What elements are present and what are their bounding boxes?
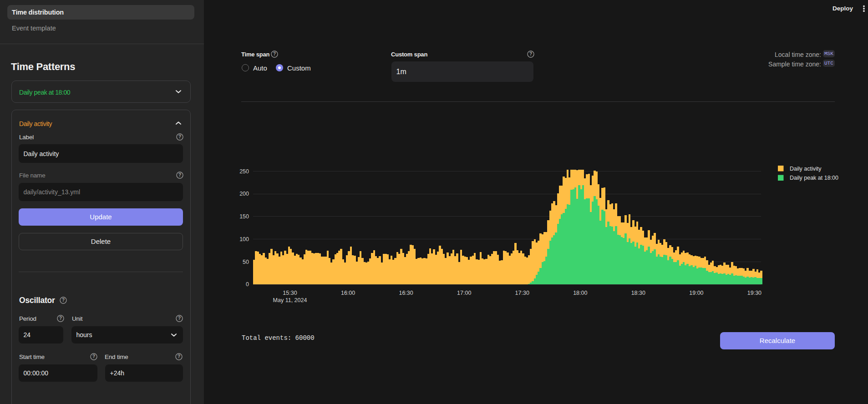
svg-text:16:30: 16:30: [399, 290, 413, 296]
svg-text:Daily peak at 18:00: Daily peak at 18:00: [790, 175, 838, 181]
svg-text:15:30: 15:30: [283, 290, 297, 296]
svg-text:0: 0: [246, 281, 249, 288]
svg-text:19:00: 19:00: [689, 290, 703, 296]
svg-text:18:30: 18:30: [631, 290, 645, 296]
svg-text:50: 50: [243, 259, 249, 265]
svg-text:17:30: 17:30: [515, 290, 529, 296]
svg-text:100: 100: [239, 236, 249, 242]
svg-text:250: 250: [239, 168, 249, 175]
svg-text:16:00: 16:00: [341, 290, 355, 296]
svg-text:18:00: 18:00: [573, 290, 587, 296]
svg-text:17:00: 17:00: [457, 290, 471, 296]
svg-text:May 11, 2024: May 11, 2024: [273, 297, 307, 303]
svg-text:150: 150: [239, 213, 249, 220]
svg-text:200: 200: [239, 191, 249, 197]
svg-text:19:30: 19:30: [747, 290, 761, 296]
svg-text:Daily activity: Daily activity: [790, 166, 822, 172]
